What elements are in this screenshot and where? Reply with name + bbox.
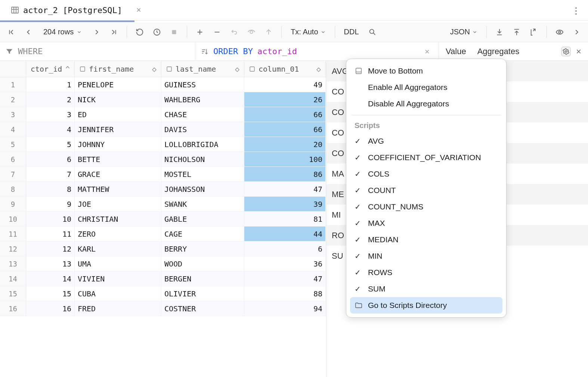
cell-actor-id[interactable]: 14	[26, 271, 75, 286]
remove-row-button[interactable]	[210, 25, 224, 39]
table-row[interactable]: 99JOESWANK39	[0, 197, 326, 212]
cell-column-01[interactable]: 94	[244, 301, 326, 316]
menu-script-item[interactable]: ✓COUNT_NUMS	[346, 199, 506, 215]
cell-last-name[interactable]: JOHANSSON	[161, 182, 244, 196]
prev-page-button[interactable]	[22, 25, 35, 39]
cell-actor-id[interactable]: 6	[26, 152, 75, 166]
table-row[interactable]: 33EDCHASE66	[0, 107, 326, 122]
cell-actor-id[interactable]: 13	[26, 256, 75, 271]
tab-close-icon[interactable]: ×	[136, 5, 141, 15]
cell-first-name[interactable]: BETTE	[75, 152, 161, 166]
cell-last-name[interactable]: GABLE	[161, 212, 244, 226]
menu-script-item[interactable]: ✓MEDIAN	[346, 231, 506, 248]
cell-actor-id[interactable]: 11	[26, 227, 75, 241]
menu-script-item[interactable]: ✓MAX	[346, 215, 506, 231]
last-page-button[interactable]	[107, 25, 121, 39]
stop-button[interactable]	[167, 25, 181, 39]
menu-go-scripts-dir[interactable]: Go to Scripts Directory	[350, 297, 502, 314]
cell-first-name[interactable]: NICK	[75, 92, 161, 107]
cell-actor-id[interactable]: 15	[26, 286, 75, 301]
table-row[interactable]: 11PENELOPEGUINESS49	[0, 77, 326, 92]
close-panel-icon[interactable]: ×	[576, 46, 581, 57]
cell-actor-id[interactable]: 5	[26, 137, 75, 152]
cell-first-name[interactable]: CUBA	[75, 286, 161, 301]
cell-last-name[interactable]: SWANK	[161, 197, 244, 211]
preview-button[interactable]	[245, 25, 258, 39]
cell-column-01[interactable]: 36	[244, 256, 326, 271]
cell-first-name[interactable]: FRED	[75, 301, 161, 316]
cell-actor-id[interactable]: 7	[26, 167, 75, 181]
menu-enable-all[interactable]: Enable All Aggregators	[346, 79, 506, 96]
cell-first-name[interactable]: UMA	[75, 256, 161, 271]
order-by-input[interactable]: ORDER BY actor_id ×	[195, 42, 439, 60]
table-row[interactable]: 1010CHRISTIANGABLE81	[0, 212, 326, 227]
clear-order-icon[interactable]: ×	[425, 47, 433, 56]
menu-script-item[interactable]: ✓MIN	[346, 248, 506, 264]
cell-column-01[interactable]: 49	[244, 77, 326, 92]
cell-column-01[interactable]: 20	[244, 137, 326, 152]
cell-actor-id[interactable]: 3	[26, 107, 75, 122]
cell-last-name[interactable]: NICHOLSON	[161, 152, 244, 166]
cell-last-name[interactable]: WAHLBERG	[161, 92, 244, 107]
tab-value[interactable]: Value	[446, 47, 466, 56]
aggregates-settings-icon[interactable]	[561, 47, 571, 56]
cell-last-name[interactable]: GUINESS	[161, 77, 244, 92]
table-row[interactable]: 77GRACEMOSTEL86	[0, 167, 326, 182]
cell-first-name[interactable]: MATTHEW	[75, 182, 161, 196]
table-row[interactable]: 1212KARLBERRY6	[0, 242, 326, 256]
cell-actor-id[interactable]: 1	[26, 77, 75, 92]
tab-aggregates[interactable]: Aggregates	[477, 47, 520, 56]
cell-first-name[interactable]: JOHNNY	[75, 137, 161, 152]
export-format-dropdown[interactable]: JSON	[447, 28, 480, 36]
upload-button[interactable]	[510, 25, 523, 39]
cell-column-01[interactable]: 88	[244, 286, 326, 301]
first-page-button[interactable]	[4, 25, 18, 39]
cell-last-name[interactable]: OLIVIER	[161, 286, 244, 301]
cell-column-01[interactable]: 47	[244, 182, 326, 196]
menu-script-item[interactable]: ✓ROWS	[346, 264, 506, 281]
transaction-mode-dropdown[interactable]: Tx: Auto	[288, 28, 328, 36]
cell-actor-id[interactable]: 8	[26, 182, 75, 196]
cell-column-01[interactable]: 66	[244, 122, 326, 137]
table-row[interactable]: 44JENNIFERDAVIS66	[0, 122, 326, 137]
import-button[interactable]	[527, 25, 541, 39]
cell-actor-id[interactable]: 16	[26, 301, 75, 316]
download-button[interactable]	[493, 25, 506, 39]
search-button[interactable]	[366, 25, 379, 39]
cell-actor-id[interactable]: 12	[26, 242, 75, 256]
cell-last-name[interactable]: COSTNER	[161, 301, 244, 316]
cell-first-name[interactable]: ZERO	[75, 227, 161, 241]
table-row[interactable]: 1515CUBAOLIVIER88	[0, 286, 326, 301]
cell-last-name[interactable]: MOSTEL	[161, 167, 244, 181]
menu-move-bottom[interactable]: Move to Bottom	[346, 63, 506, 79]
cell-first-name[interactable]: PENELOPE	[75, 77, 161, 92]
column-header-last-name[interactable]: last_name◇	[161, 61, 244, 77]
table-row[interactable]: 1414VIVIENBERGEN47	[0, 271, 326, 286]
cell-first-name[interactable]: GRACE	[75, 167, 161, 181]
reload-button[interactable]	[133, 25, 146, 39]
cell-column-01[interactable]: 81	[244, 212, 326, 226]
table-row[interactable]: 66BETTENICHOLSON100	[0, 152, 326, 167]
where-clause-input[interactable]: WHERE	[0, 42, 195, 60]
menu-script-item[interactable]: ✓COLS	[346, 166, 506, 182]
cell-actor-id[interactable]: 9	[26, 197, 75, 211]
menu-script-item[interactable]: ✓COUNT	[346, 182, 506, 199]
menu-disable-all[interactable]: Disable All Aggregators	[346, 96, 506, 112]
cell-column-01[interactable]: 44	[244, 227, 326, 241]
menu-script-item[interactable]: ✓SUM	[346, 281, 506, 297]
cell-last-name[interactable]: LOLLOBRIGIDA	[161, 137, 244, 152]
next-page-button[interactable]	[90, 25, 103, 39]
cell-first-name[interactable]: ED	[75, 107, 161, 122]
view-button[interactable]	[553, 25, 566, 39]
cell-first-name[interactable]: CHRISTIAN	[75, 212, 161, 226]
submit-button[interactable]	[262, 25, 275, 39]
table-row[interactable]: 1313UMAWOOD36	[0, 256, 326, 271]
column-header-actor-id[interactable]: ctor_id^	[26, 61, 75, 77]
history-button[interactable]	[150, 25, 164, 39]
table-row[interactable]: 88MATTHEWJOHANSSON47	[0, 182, 326, 197]
more-button[interactable]	[570, 25, 584, 39]
cell-actor-id[interactable]: 4	[26, 122, 75, 137]
cell-column-01[interactable]: 6	[244, 242, 326, 256]
cell-column-01[interactable]: 47	[244, 271, 326, 286]
cell-last-name[interactable]: WOOD	[161, 256, 244, 271]
